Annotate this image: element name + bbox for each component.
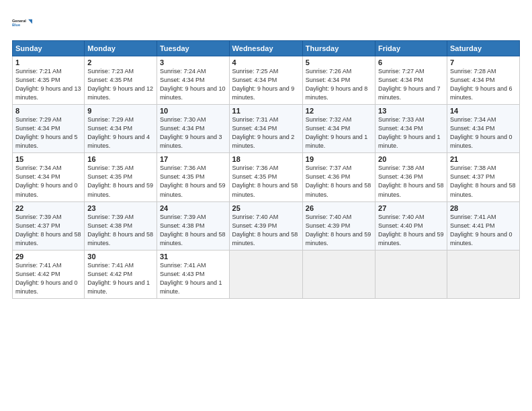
day-info: Sunrise: 7:40 AMSunset: 4:39 PMDaylight:… xyxy=(306,213,372,248)
day-info: Sunrise: 7:29 AMSunset: 4:34 PMDaylight:… xyxy=(15,116,81,150)
day-info: Sunrise: 7:37 AMSunset: 4:36 PMDaylight:… xyxy=(306,164,372,199)
day-info: Sunrise: 7:41 AMSunset: 4:41 PMDaylight:… xyxy=(450,213,517,248)
calendar-cell: 12Sunrise: 7:32 AMSunset: 4:34 PMDayligh… xyxy=(302,105,375,153)
week-row-3: 15Sunrise: 7:34 AMSunset: 4:34 PMDayligh… xyxy=(13,153,520,201)
day-info: Sunrise: 7:23 AMSunset: 4:35 PMDaylight:… xyxy=(87,67,154,102)
calendar-cell: 27Sunrise: 7:40 AMSunset: 4:40 PMDayligh… xyxy=(375,201,447,250)
header: GeneralBlue xyxy=(12,12,520,34)
calendar-cell xyxy=(229,250,302,298)
day-info: Sunrise: 7:28 AMSunset: 4:34 PMDaylight:… xyxy=(450,67,517,102)
day-number: 16 xyxy=(87,155,154,163)
day-number: 1 xyxy=(15,58,81,66)
day-number: 4 xyxy=(232,58,300,66)
day-number: 9 xyxy=(87,107,154,115)
day-info: Sunrise: 7:40 AMSunset: 4:40 PMDaylight:… xyxy=(378,213,444,248)
calendar-cell: 22Sunrise: 7:39 AMSunset: 4:37 PMDayligh… xyxy=(13,201,85,250)
calendar-cell: 21Sunrise: 7:38 AMSunset: 4:37 PMDayligh… xyxy=(447,153,519,201)
week-row-4: 22Sunrise: 7:39 AMSunset: 4:37 PMDayligh… xyxy=(13,201,520,250)
day-info: Sunrise: 7:34 AMSunset: 4:34 PMDaylight:… xyxy=(450,116,517,150)
calendar-cell: 19Sunrise: 7:37 AMSunset: 4:36 PMDayligh… xyxy=(302,153,375,201)
day-info: Sunrise: 7:36 AMSunset: 4:35 PMDaylight:… xyxy=(160,164,226,199)
day-number: 12 xyxy=(306,107,372,115)
day-number: 28 xyxy=(450,204,517,212)
day-number: 11 xyxy=(232,107,300,115)
day-number: 13 xyxy=(378,107,444,115)
col-header-saturday: Saturday xyxy=(447,41,519,56)
calendar-cell xyxy=(375,250,447,298)
calendar-cell: 8Sunrise: 7:29 AMSunset: 4:34 PMDaylight… xyxy=(13,105,85,153)
day-info: Sunrise: 7:31 AMSunset: 4:34 PMDaylight:… xyxy=(232,116,300,150)
col-header-tuesday: Tuesday xyxy=(157,41,229,56)
day-info: Sunrise: 7:36 AMSunset: 4:35 PMDaylight:… xyxy=(232,164,300,199)
calendar-cell: 28Sunrise: 7:41 AMSunset: 4:41 PMDayligh… xyxy=(447,201,519,250)
col-header-wednesday: Wednesday xyxy=(229,41,302,56)
day-info: Sunrise: 7:41 AMSunset: 4:42 PMDaylight:… xyxy=(87,261,154,296)
day-number: 17 xyxy=(160,155,226,163)
calendar-cell: 10Sunrise: 7:30 AMSunset: 4:34 PMDayligh… xyxy=(157,105,229,153)
day-number: 14 xyxy=(450,107,517,115)
day-number: 29 xyxy=(15,253,81,261)
day-number: 30 xyxy=(87,253,154,261)
day-info: Sunrise: 7:38 AMSunset: 4:36 PMDaylight:… xyxy=(378,164,444,199)
day-info: Sunrise: 7:34 AMSunset: 4:34 PMDaylight:… xyxy=(15,164,81,199)
day-info: Sunrise: 7:27 AMSunset: 4:34 PMDaylight:… xyxy=(378,67,444,102)
logo-icon: GeneralBlue xyxy=(12,12,34,34)
svg-marker-2 xyxy=(28,19,32,24)
calendar-cell: 13Sunrise: 7:33 AMSunset: 4:34 PMDayligh… xyxy=(375,105,447,153)
calendar-cell: 29Sunrise: 7:41 AMSunset: 4:42 PMDayligh… xyxy=(13,250,85,298)
calendar-cell: 26Sunrise: 7:40 AMSunset: 4:39 PMDayligh… xyxy=(302,201,375,250)
day-number: 15 xyxy=(15,155,81,163)
day-number: 25 xyxy=(232,204,300,212)
day-number: 19 xyxy=(306,155,372,163)
day-info: Sunrise: 7:25 AMSunset: 4:34 PMDaylight:… xyxy=(232,67,300,102)
day-number: 2 xyxy=(87,58,154,66)
day-info: Sunrise: 7:33 AMSunset: 4:34 PMDaylight:… xyxy=(378,116,444,150)
calendar-cell: 2Sunrise: 7:23 AMSunset: 4:35 PMDaylight… xyxy=(85,56,157,105)
day-info: Sunrise: 7:26 AMSunset: 4:34 PMDaylight:… xyxy=(306,67,372,102)
calendar-cell: 3Sunrise: 7:24 AMSunset: 4:34 PMDaylight… xyxy=(157,56,229,105)
svg-text:General: General xyxy=(12,19,26,23)
day-number: 7 xyxy=(450,58,517,66)
day-number: 20 xyxy=(378,155,444,163)
calendar-cell: 25Sunrise: 7:40 AMSunset: 4:39 PMDayligh… xyxy=(229,201,302,250)
day-info: Sunrise: 7:24 AMSunset: 4:34 PMDaylight:… xyxy=(160,67,226,102)
calendar-header-row: SundayMondayTuesdayWednesdayThursdayFrid… xyxy=(13,41,520,56)
day-info: Sunrise: 7:41 AMSunset: 4:42 PMDaylight:… xyxy=(15,261,81,296)
col-header-thursday: Thursday xyxy=(302,41,375,56)
calendar-cell: 17Sunrise: 7:36 AMSunset: 4:35 PMDayligh… xyxy=(157,153,229,201)
col-header-monday: Monday xyxy=(85,41,157,56)
day-number: 5 xyxy=(306,58,372,66)
logo: GeneralBlue xyxy=(12,12,34,34)
calendar-cell: 6Sunrise: 7:27 AMSunset: 4:34 PMDaylight… xyxy=(375,56,447,105)
calendar-cell: 15Sunrise: 7:34 AMSunset: 4:34 PMDayligh… xyxy=(13,153,85,201)
day-number: 24 xyxy=(160,204,226,212)
calendar-cell: 14Sunrise: 7:34 AMSunset: 4:34 PMDayligh… xyxy=(447,105,519,153)
day-number: 8 xyxy=(15,107,81,115)
day-info: Sunrise: 7:39 AMSunset: 4:38 PMDaylight:… xyxy=(87,213,154,248)
calendar-cell: 1Sunrise: 7:21 AMSunset: 4:35 PMDaylight… xyxy=(13,56,85,105)
day-number: 22 xyxy=(15,204,81,212)
day-number: 23 xyxy=(87,204,154,212)
calendar-cell xyxy=(447,250,519,298)
day-number: 21 xyxy=(450,155,517,163)
day-info: Sunrise: 7:40 AMSunset: 4:39 PMDaylight:… xyxy=(232,213,300,248)
week-row-5: 29Sunrise: 7:41 AMSunset: 4:42 PMDayligh… xyxy=(13,250,520,298)
calendar-cell: 11Sunrise: 7:31 AMSunset: 4:34 PMDayligh… xyxy=(229,105,302,153)
calendar-cell: 24Sunrise: 7:39 AMSunset: 4:38 PMDayligh… xyxy=(157,201,229,250)
calendar-cell: 7Sunrise: 7:28 AMSunset: 4:34 PMDaylight… xyxy=(447,56,519,105)
calendar-cell: 23Sunrise: 7:39 AMSunset: 4:38 PMDayligh… xyxy=(85,201,157,250)
calendar-cell xyxy=(302,250,375,298)
day-info: Sunrise: 7:30 AMSunset: 4:34 PMDaylight:… xyxy=(160,116,226,150)
calendar-cell: 20Sunrise: 7:38 AMSunset: 4:36 PMDayligh… xyxy=(375,153,447,201)
calendar-cell: 31Sunrise: 7:41 AMSunset: 4:43 PMDayligh… xyxy=(157,250,229,298)
col-header-friday: Friday xyxy=(375,41,447,56)
day-info: Sunrise: 7:39 AMSunset: 4:37 PMDaylight:… xyxy=(15,213,81,248)
svg-text:Blue: Blue xyxy=(12,23,20,27)
day-number: 10 xyxy=(160,107,226,115)
day-number: 27 xyxy=(378,204,444,212)
week-row-1: 1Sunrise: 7:21 AMSunset: 4:35 PMDaylight… xyxy=(13,56,520,105)
day-number: 31 xyxy=(160,253,226,261)
calendar-cell: 4Sunrise: 7:25 AMSunset: 4:34 PMDaylight… xyxy=(229,56,302,105)
day-info: Sunrise: 7:38 AMSunset: 4:37 PMDaylight:… xyxy=(450,164,517,199)
day-number: 26 xyxy=(306,204,372,212)
